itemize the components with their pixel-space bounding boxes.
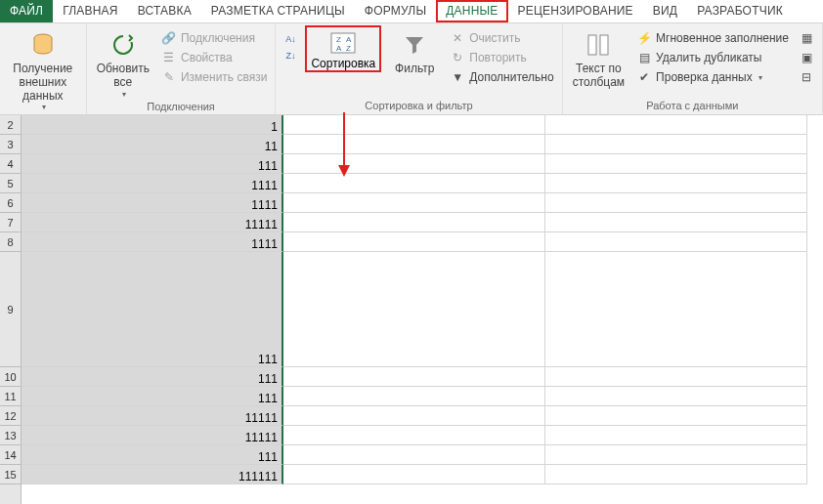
row-header[interactable]: 11 <box>0 387 21 406</box>
row-header[interactable]: 4 <box>0 154 21 174</box>
cell[interactable] <box>545 174 807 193</box>
cell[interactable]: 11111 <box>22 426 283 445</box>
cell[interactable] <box>545 115 807 135</box>
table-row: 111 <box>22 387 823 406</box>
get-external-data-button[interactable]: Получение внешних данных ▾ <box>6 25 80 112</box>
cell[interactable]: 111 <box>22 154 283 174</box>
cell[interactable]: 11111 <box>22 213 283 232</box>
properties-button[interactable]: ☰Свойства <box>159 49 269 66</box>
table-row: 111 <box>22 252 823 367</box>
sort-button[interactable]: ZAAZ Сортировка <box>305 25 381 72</box>
advanced-filter-button[interactable]: ▼Дополнительно <box>448 68 555 86</box>
cell[interactable]: 111 <box>22 445 283 465</box>
row-header[interactable]: 5 <box>0 174 21 193</box>
cell[interactable] <box>283 406 545 426</box>
cell[interactable]: 111 <box>22 367 283 387</box>
cell[interactable]: 11111 <box>22 406 283 426</box>
cell[interactable] <box>283 135 545 154</box>
cell[interactable]: 1 <box>22 115 283 135</box>
cell[interactable] <box>545 154 807 174</box>
cell[interactable] <box>283 154 545 174</box>
cell[interactable]: 111 <box>22 387 283 406</box>
row-header[interactable]: 6 <box>0 193 21 213</box>
row-header[interactable]: 9 <box>0 252 21 367</box>
cell[interactable] <box>283 232 545 252</box>
row-header[interactable]: 14 <box>0 445 21 465</box>
svg-rect-1 <box>331 33 355 53</box>
filter-button[interactable]: Фильтр <box>387 25 442 76</box>
row-header[interactable]: 3 <box>0 135 21 154</box>
cell[interactable]: 111 <box>22 252 283 367</box>
spreadsheet-grid[interactable]: 23456789101112131415 1111111111111111111… <box>0 115 823 504</box>
tab-formulas[interactable]: ФОРМУЛЫ <box>355 0 436 22</box>
refresh-icon <box>108 29 139 61</box>
cell[interactable] <box>283 252 545 367</box>
cell[interactable] <box>545 426 807 445</box>
cell[interactable] <box>283 213 545 232</box>
cell[interactable] <box>545 387 807 406</box>
relationships-icon: ⊟ <box>799 69 814 85</box>
refresh-all-button[interactable]: Обновить все ▾ <box>93 25 153 99</box>
group-sort-filter: A↓ Z↓ ZAAZ Сортировка Фильтр ✕Очистить ↻… <box>276 23 562 114</box>
tab-data[interactable]: ДАННЫЕ <box>436 0 507 22</box>
cell[interactable] <box>283 174 545 193</box>
whatif-button[interactable]: ▣ <box>797 49 816 66</box>
consolidate-button[interactable]: ▦ <box>797 29 816 47</box>
advanced-icon: ▼ <box>450 69 465 85</box>
table-row: 1111 <box>22 174 823 193</box>
cell[interactable] <box>545 135 807 154</box>
remove-duplicates-button[interactable]: ▤Удалить дубликаты <box>634 49 791 66</box>
row-header[interactable]: 12 <box>0 406 21 426</box>
cell[interactable]: 1111 <box>22 193 283 213</box>
text-to-columns-button[interactable]: Текст по столбцам <box>569 25 628 90</box>
row-header[interactable]: 13 <box>0 426 21 445</box>
cell[interactable]: 11 <box>22 135 283 154</box>
row-header[interactable]: 10 <box>0 367 21 387</box>
sort-desc-button[interactable]: Z↓ <box>282 48 299 63</box>
tab-developer[interactable]: РАЗРАБОТЧИК <box>687 0 793 22</box>
cell[interactable] <box>545 232 807 252</box>
data-validation-button[interactable]: ✔Проверка данных▾ <box>634 68 791 86</box>
sort-icon: ZAAZ <box>327 29 359 57</box>
svg-text:Z: Z <box>346 44 351 53</box>
cell[interactable] <box>545 367 807 387</box>
cell[interactable] <box>545 252 807 367</box>
flash-icon: ⚡ <box>636 30 652 46</box>
cell[interactable] <box>545 445 807 465</box>
row-header[interactable]: 2 <box>0 115 21 135</box>
connections-button[interactable]: 🔗Подключения <box>159 29 269 47</box>
row-header[interactable]: 15 <box>0 465 21 484</box>
tab-file[interactable]: ФАЙЛ <box>0 0 53 22</box>
tab-view[interactable]: ВИД <box>643 0 687 22</box>
table-row: 111 <box>22 154 823 174</box>
cell[interactable] <box>283 465 545 484</box>
tab-home[interactable]: ГЛАВНАЯ <box>53 0 127 22</box>
cell[interactable] <box>545 193 807 213</box>
cell[interactable]: 1111 <box>22 174 283 193</box>
ribbon-tabs: ФАЙЛ ГЛАВНАЯ ВСТАВКА РАЗМЕТКА СТРАНИЦЫ Ф… <box>0 0 823 23</box>
edit-links-button[interactable]: ✎Изменить связи <box>159 68 269 86</box>
cell[interactable] <box>545 465 807 484</box>
cell[interactable] <box>283 445 545 465</box>
row-header[interactable]: 8 <box>0 232 21 252</box>
cell[interactable] <box>283 115 545 135</box>
sort-asc-button[interactable]: A↓ <box>282 31 299 47</box>
cell[interactable]: 111111 <box>22 465 283 484</box>
cell[interactable] <box>283 367 545 387</box>
cell[interactable] <box>283 426 545 445</box>
cell[interactable] <box>545 213 807 232</box>
chevron-down-icon: ▾ <box>122 90 126 99</box>
tab-pagelayout[interactable]: РАЗМЕТКА СТРАНИЦЫ <box>201 0 355 22</box>
cell[interactable] <box>545 406 807 426</box>
cell[interactable] <box>283 193 545 213</box>
table-row: 111111 <box>22 465 823 484</box>
clear-filter-button[interactable]: ✕Очистить <box>448 29 555 47</box>
row-header[interactable]: 7 <box>0 213 21 232</box>
tab-insert[interactable]: ВСТАВКА <box>128 0 201 22</box>
relationships-button[interactable]: ⊟ <box>797 68 816 86</box>
flash-fill-button[interactable]: ⚡Мгновенное заполнение <box>634 29 791 47</box>
reapply-filter-button[interactable]: ↻Повторить <box>448 49 555 66</box>
tab-review[interactable]: РЕЦЕНЗИРОВАНИЕ <box>508 0 643 22</box>
cell[interactable]: 1111 <box>22 232 283 252</box>
cell[interactable] <box>283 387 545 406</box>
